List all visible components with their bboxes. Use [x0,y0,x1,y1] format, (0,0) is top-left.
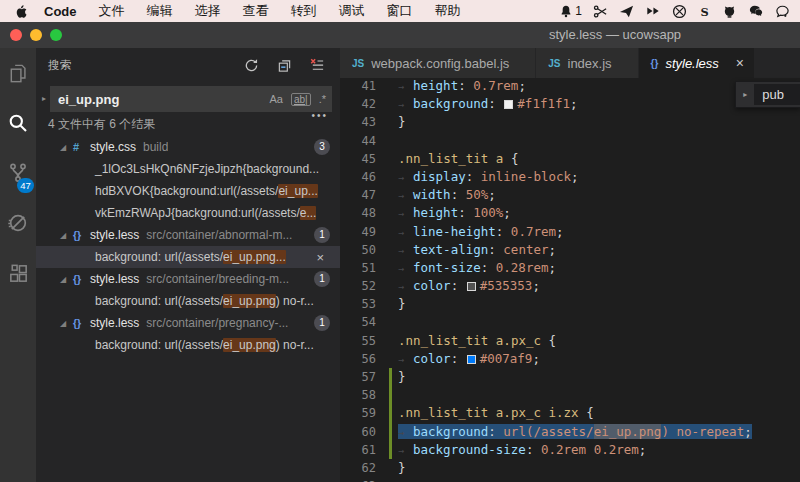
wechat-icon[interactable] [748,4,764,18]
search-input-row: ▸ ei_up.png Aaab|.* [36,82,340,112]
line-number: 45 [340,150,388,168]
match-result-row[interactable]: background: url(/assets/ei_up.png) no-r.… [36,290,340,312]
circle-cross-icon[interactable] [672,4,687,19]
code-text[interactable] [388,477,398,482]
match-result-row[interactable]: background: url(/assets/ei_up.png...× [36,246,340,268]
tab-style-less[interactable]: {}style.less× [639,48,755,78]
token: #f1f1f1 [517,96,570,111]
css-icon: # [73,141,90,153]
code-line-48: 48→height: 100%; [340,204,800,222]
code-text[interactable]: .nn_list_tit a.px_c i.zx { [388,404,594,422]
close-icon[interactable]: × [736,55,744,71]
window-titlebar[interactable]: style.less — ucowsapp [0,22,800,48]
token: 0.7rem [473,78,518,93]
explorer-drag-overlay[interactable]: ▸ pub [735,81,800,108]
search-panel-title: 搜索 [48,58,72,73]
zoom-window-button[interactable] [50,29,62,41]
token: background-size [413,442,526,457]
menu-item-编辑[interactable]: 编辑 [136,2,184,20]
menu-item-Code[interactable]: Code [33,4,88,19]
tab-webpack-config-babel-js[interactable]: JSwebpack.config.babel.js [340,48,536,78]
apple-icon[interactable] [14,4,27,19]
code-text[interactable]: .nn_list_tit a { [388,150,518,168]
tab-index-js[interactable]: JSindex.js [536,48,638,78]
code-text[interactable]: } [388,459,406,477]
code-line-50: 50→text-align: center; [340,241,800,259]
match-result-row[interactable]: background: url(/assets/ei_up.png) no-r.… [36,334,340,356]
clear-results-icon[interactable] [310,58,325,73]
match-text: vkEmzRWApJ{background:url(/assets/ [95,206,300,220]
code-line-59: 59.nn_list_tit a.px_c i.zx { [340,404,800,422]
code-text[interactable] [388,386,398,404]
collapse-all-icon[interactable] [277,58,292,73]
search-option-regex[interactable]: .* [319,93,326,105]
more-actions-icon[interactable]: ••• [311,110,328,121]
code-text[interactable]: } [388,295,406,313]
code-text[interactable]: →color: #007af9; [388,350,540,368]
chevron-right-icon[interactable]: ▸ [38,86,50,103]
match-text: ) no-r... [276,338,314,352]
minimize-window-button[interactable] [30,29,42,41]
code-text[interactable]: →background-size: 0.2rem 0.2rem; [388,441,646,459]
code-text[interactable]: →background: #f1f1f1; [388,95,578,113]
code-text[interactable]: →height: 0.7rem; [388,77,526,95]
twistie-expanded-icon[interactable]: ◢ [60,231,73,240]
chat-bubble-icon[interactable] [775,4,790,19]
twistie-expanded-icon[interactable]: ◢ [60,319,73,328]
file-result-row[interactable]: ◢#style.cssbuild3 [36,136,340,158]
code-text[interactable]: →height: 100%; [388,204,511,222]
search-input[interactable]: ei_up.png Aaab|.* [50,86,332,112]
activity-debug[interactable] [0,198,36,248]
code-text[interactable]: } [388,113,406,131]
twistie-expanded-icon[interactable]: ◢ [60,275,73,284]
line-number: 51 [340,259,388,277]
activity-bar: 47 [0,48,36,482]
code-text[interactable]: } [388,368,406,386]
code-text[interactable]: →background: url(/assets/ei_up.png) no-r… [388,423,752,441]
code-line-53: 53} [340,295,800,313]
twistie-expanded-icon[interactable]: ◢ [60,143,73,152]
refresh-icon[interactable] [244,58,259,73]
code-text[interactable]: →text-align: center; [388,241,556,259]
window-title: style.less — ucowsapp [430,22,800,48]
token: 50% [466,187,489,202]
code-text[interactable]: →line-height: 0.7rem; [388,223,564,241]
menu-item-转到[interactable]: 转到 [280,2,328,20]
menu-item-调试[interactable]: 调试 [328,2,376,20]
code-text[interactable] [388,132,398,150]
scissors-icon[interactable] [593,4,608,19]
code-line-49: 49→line-height: 0.7rem; [340,223,800,241]
bell-icon[interactable]: 1 [559,4,582,19]
search-option-match-case[interactable]: Aa [269,93,282,105]
code-text[interactable]: →display: inline-block; [388,168,579,186]
menu-item-选择[interactable]: 选择 [184,2,232,20]
close-icon[interactable]: × [312,250,332,265]
search-option-whole-word[interactable]: ab| [291,93,311,106]
file-result-row[interactable]: ◢{}style.lesssrc/container/pregnancy-...… [36,312,340,334]
match-result-row[interactable]: vkEmzRWApJ{background:url(/assets/e... [36,202,340,224]
code-line-41: 41→height: 0.7rem; [340,77,800,95]
letter-s-icon[interactable]: S [698,4,711,19]
paper-plane-icon[interactable] [619,4,634,19]
menu-item-查看[interactable]: 查看 [232,2,280,20]
activity-search[interactable] [0,98,36,148]
activity-source-control[interactable]: 47 [0,148,36,198]
file-result-row[interactable]: ◢{}style.lesssrc/container/breeding-m...… [36,268,340,290]
match-result-row[interactable]: _1lOc3LsHkQn6NFzjeJipzh{background... [36,158,340,180]
file-result-row[interactable]: ◢{}style.lesssrc/container/abnormal-m...… [36,224,340,246]
cat-icon[interactable] [722,4,737,19]
code-text[interactable]: .nn_list_tit a.px_c { [388,332,556,350]
code-text[interactable]: →width: 50%; [388,186,496,204]
double-arrows-icon[interactable] [645,4,661,18]
activity-explorer[interactable] [0,48,36,98]
menu-item-窗口[interactable]: 窗口 [376,2,424,20]
menu-item-文件[interactable]: 文件 [88,2,136,20]
activity-extensions[interactable] [0,248,36,298]
match-result-row[interactable]: hdBXVOK{background:url(/assets/ei_up... [36,180,340,202]
code-text[interactable] [388,313,398,331]
code-text[interactable]: →color: #535353; [388,277,540,295]
file-path: src/container/abnormal-m... [146,228,292,242]
close-window-button[interactable] [10,29,22,41]
menu-item-帮助[interactable]: 帮助 [424,2,472,20]
code-text[interactable]: →font-size: 0.28rem; [388,259,556,277]
